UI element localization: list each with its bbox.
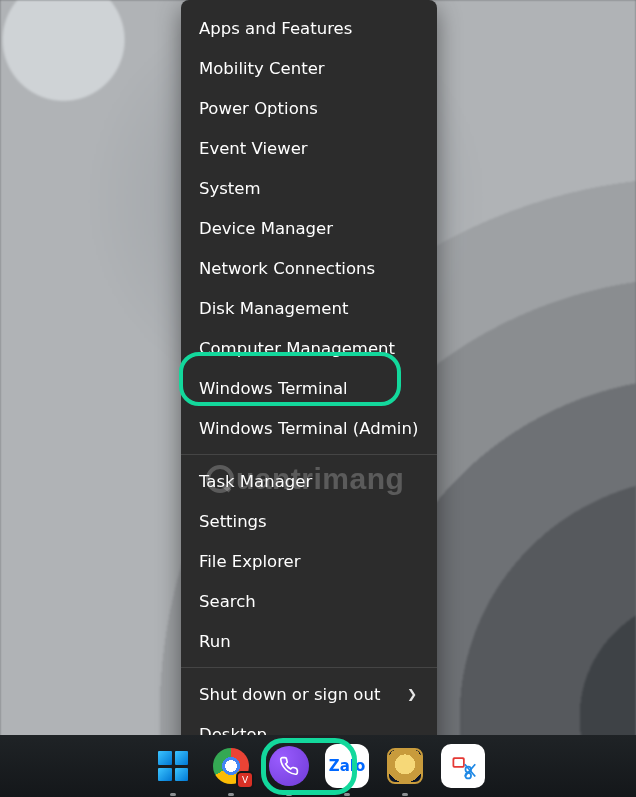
menu-item-apps-features[interactable]: Apps and Features (181, 8, 437, 48)
menu-divider (181, 667, 437, 668)
chrome-icon: V (213, 748, 249, 784)
taskbar-snipping-tool[interactable] (441, 744, 485, 788)
menu-item-file-explorer[interactable]: File Explorer (181, 541, 437, 581)
menu-label: Computer Management (199, 339, 395, 358)
menu-item-task-manager[interactable]: Task Manager (181, 461, 437, 501)
menu-item-disk-management[interactable]: Disk Management (181, 288, 437, 328)
chevron-right-icon: ❯ (407, 687, 419, 701)
menu-label: File Explorer (199, 552, 301, 571)
menu-label: Device Manager (199, 219, 333, 238)
chrome-badge: V (238, 773, 252, 787)
menu-label: Mobility Center (199, 59, 325, 78)
viber-icon (269, 746, 309, 786)
menu-label: Disk Management (199, 299, 348, 318)
menu-label: Network Connections (199, 259, 375, 278)
taskbar-lol[interactable] (383, 744, 427, 788)
menu-label: Windows Terminal (Admin) (199, 419, 418, 438)
menu-item-network-connections[interactable]: Network Connections (181, 248, 437, 288)
menu-divider (181, 454, 437, 455)
windows-logo-icon (158, 751, 188, 781)
menu-label: Event Viewer (199, 139, 308, 158)
menu-item-run[interactable]: Run (181, 621, 437, 661)
snipping-tool-icon (441, 744, 485, 788)
taskbar-zalo[interactable]: Zalo (325, 744, 369, 788)
menu-label: System (199, 179, 261, 198)
menu-label: Run (199, 632, 231, 651)
menu-label: Power Options (199, 99, 318, 118)
menu-item-computer-management[interactable]: Computer Management (181, 328, 437, 368)
menu-label: Windows Terminal (199, 379, 348, 398)
menu-item-shut-down[interactable]: Shut down or sign out ❯ (181, 674, 437, 714)
menu-item-settings[interactable]: Settings (181, 501, 437, 541)
zalo-icon: Zalo (325, 744, 369, 788)
menu-item-device-manager[interactable]: Device Manager (181, 208, 437, 248)
winx-context-menu: Apps and Features Mobility Center Power … (181, 0, 437, 762)
taskbar: V Zalo (0, 735, 636, 797)
menu-item-event-viewer[interactable]: Event Viewer (181, 128, 437, 168)
menu-item-power-options[interactable]: Power Options (181, 88, 437, 128)
svg-rect-1 (454, 759, 463, 766)
league-of-legends-icon (387, 748, 423, 784)
taskbar-start-button[interactable] (151, 744, 195, 788)
menu-item-windows-terminal[interactable]: Windows Terminal (181, 368, 437, 408)
menu-label: Shut down or sign out (199, 685, 380, 704)
zalo-label: Zalo (329, 757, 365, 775)
taskbar-chrome[interactable]: V (209, 744, 253, 788)
menu-item-windows-terminal-admin[interactable]: Windows Terminal (Admin) (181, 408, 437, 448)
taskbar-viber[interactable] (267, 744, 311, 788)
menu-label: Settings (199, 512, 267, 531)
menu-label: Apps and Features (199, 19, 352, 38)
menu-item-search[interactable]: Search (181, 581, 437, 621)
menu-label: Task Manager (199, 472, 312, 491)
menu-item-system[interactable]: System (181, 168, 437, 208)
menu-item-mobility-center[interactable]: Mobility Center (181, 48, 437, 88)
menu-label: Search (199, 592, 256, 611)
